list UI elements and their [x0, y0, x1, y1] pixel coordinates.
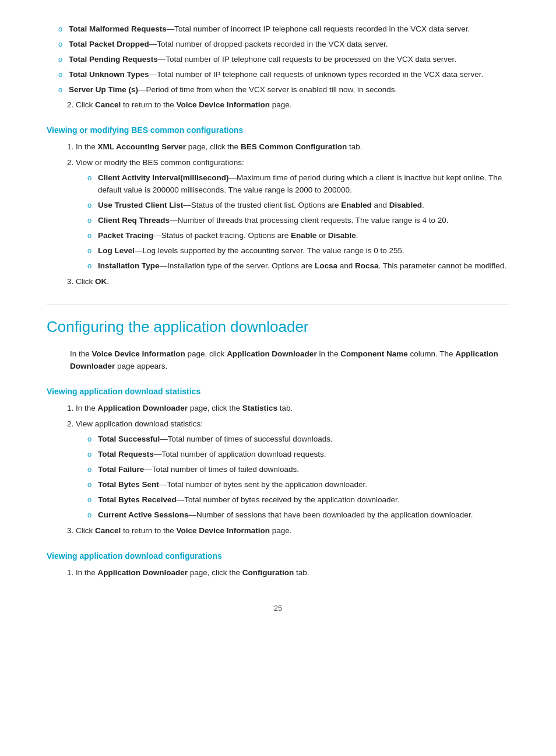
bes-bullet-list: Client Activity Interval(millisecond)—Ma… — [87, 172, 509, 272]
list-item: Total Bytes Received—Total number of byt… — [87, 494, 509, 506]
bold-compname: Component Name — [340, 349, 408, 358]
item-label: Log Level — [98, 246, 135, 255]
bold-locsa: Locsa — [315, 261, 337, 270]
item-label: Total Failure — [98, 465, 144, 474]
config-heading: Viewing application download configurati… — [47, 550, 509, 563]
config-step1: In the Application Downloader page, clic… — [76, 567, 509, 579]
item-label: Total Malformed Requests — [69, 24, 167, 33]
item-label: Client Req Threads — [98, 216, 170, 225]
stats-step3: Click Cancel to return to the Voice Devi… — [76, 525, 509, 537]
bold-disable: Disable — [328, 231, 356, 240]
intro-text: In the Voice Device Information page, cl… — [70, 348, 509, 373]
item-label: Server Up Time (s) — [69, 85, 138, 94]
item-label: Total Unknown Types — [69, 70, 149, 79]
bold-xml: XML Accounting Server — [98, 142, 186, 151]
list-item: Total Successful—Total number of times o… — [87, 433, 509, 446]
bold-appdown3: Application Downloader — [98, 404, 188, 412]
item-label: Total Bytes Received — [98, 495, 177, 504]
stats-step1: In the Application Downloader page, clic… — [76, 402, 509, 415]
list-item: Total Malformed Requests—Total number of… — [58, 23, 509, 36]
bold-enable: Enable — [291, 231, 316, 240]
chapter-heading: Configuring the application downloader — [47, 304, 509, 338]
list-item: Total Failure—Total number of times of f… — [87, 464, 509, 476]
list-item: Installation Type—Installation type of t… — [87, 260, 509, 272]
list-item: Client Req Threads—Number of threads tha… — [87, 215, 509, 227]
bold-disabled: Disabled — [389, 201, 422, 209]
list-item: Click Cancel to return to the Voice Devi… — [76, 99, 509, 111]
item-label: Client Activity Interval(millisecond) — [98, 173, 229, 182]
bes-step3: Click OK. — [76, 276, 509, 288]
bes-section: Viewing or modifying BES common configur… — [47, 124, 509, 288]
list-item: Total Unknown Types—Total number of IP t… — [58, 69, 509, 81]
bold-ok: OK — [95, 277, 107, 286]
bes-step2: View or modify the BES common configurat… — [76, 157, 509, 272]
page-number: 25 — [47, 603, 509, 614]
list-item: Packet Tracing—Status of packet tracing.… — [87, 230, 509, 242]
stats-heading: Viewing application download statistics — [47, 386, 509, 398]
item-label: Packet Tracing — [98, 231, 153, 240]
item-label: Total Packet Dropped — [69, 40, 149, 48]
bold-page: Voice Device Information — [177, 100, 270, 109]
config-steps: In the Application Downloader page, clic… — [76, 567, 509, 579]
list-item: Client Activity Interval(millisecond)—Ma… — [87, 172, 509, 197]
list-item: Total Pending Requests—Total number of I… — [58, 54, 509, 66]
item-label: Total Requests — [98, 450, 154, 459]
viewing-stats-section: Viewing application download statistics … — [47, 386, 509, 537]
bold-rocsa: Rocsa — [355, 261, 379, 270]
item-label: Installation Type — [98, 261, 160, 270]
list-item: Server Up Time (s)—Period of time from w… — [58, 84, 509, 96]
bold-vdi2: Voice Device Information — [177, 526, 270, 535]
list-item: Use Trusted Client List—Status of the tr… — [87, 200, 509, 212]
list-item: Log Level—Log levels supported by the ac… — [87, 245, 509, 257]
item-label: Total Pending Requests — [69, 55, 158, 64]
list-item: Total Packet Dropped—Total number of dro… — [58, 38, 509, 51]
item-label: Total Successful — [98, 435, 160, 443]
stats-bullet-list: Total Successful—Total number of times o… — [87, 433, 509, 522]
bold-appdown4: Application Downloader — [98, 568, 188, 577]
top-bullets-section: Total Malformed Requests—Total number of… — [47, 23, 509, 111]
list-item: Current Active Sessions—Number of sessio… — [87, 509, 509, 522]
top-bullet-list: Total Malformed Requests—Total number of… — [58, 23, 509, 96]
item-label: Current Active Sessions — [98, 510, 189, 519]
bes-steps: In the XML Accounting Server page, click… — [76, 141, 509, 288]
intro-paragraph: In the Voice Device Information page, cl… — [70, 348, 509, 373]
stats-steps: In the Application Downloader page, clic… — [76, 402, 509, 537]
bes-step1: In the XML Accounting Server page, click… — [76, 141, 509, 153]
bold-enabled: Enabled — [341, 201, 372, 209]
bold-tab: BES Common Configuration — [241, 142, 347, 151]
bold-appdown: Application Downloader — [227, 349, 317, 358]
item-label: Total Bytes Sent — [98, 480, 159, 489]
bold-config-tab: Configuration — [242, 568, 294, 577]
list-item: Total Bytes Sent—Total number of bytes s… — [87, 479, 509, 491]
bold-vdi: Voice Device Information — [92, 349, 185, 358]
stats-step2: View application download statistics: To… — [76, 418, 509, 521]
viewing-config-section: Viewing application download configurati… — [47, 550, 509, 580]
item-label: Use Trusted Client List — [98, 201, 183, 209]
bold-stats-tab: Statistics — [242, 404, 277, 412]
bold-cancel2: Cancel — [95, 526, 121, 535]
bold-cancel: Cancel — [95, 100, 121, 109]
step2-list: Click Cancel to return to the Voice Devi… — [76, 99, 509, 111]
bes-heading: Viewing or modifying BES common configur… — [47, 124, 509, 137]
list-item: Total Requests—Total number of applicati… — [87, 449, 509, 461]
